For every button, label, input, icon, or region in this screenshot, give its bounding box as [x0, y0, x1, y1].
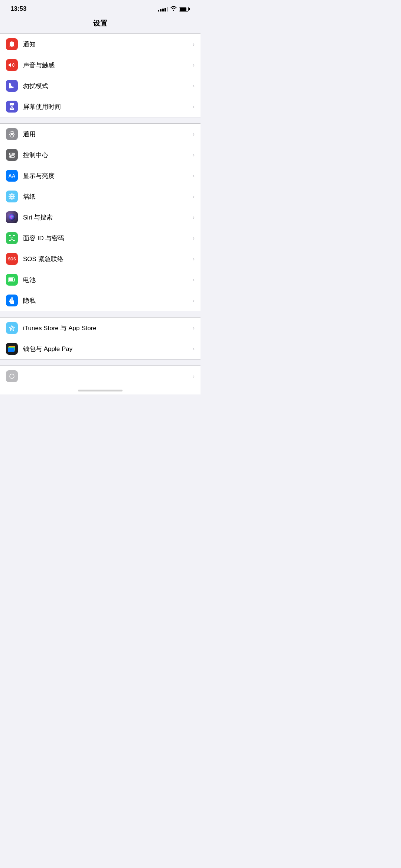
svg-rect-16	[9, 235, 11, 236]
wallpaper-label: 墙纸	[23, 192, 193, 201]
svg-rect-17	[13, 235, 15, 236]
svg-point-14	[9, 197, 12, 199]
chevron-icon: ›	[193, 298, 195, 303]
gear-icon	[6, 128, 18, 140]
chevron-icon: ›	[193, 104, 195, 110]
svg-point-3	[12, 153, 14, 155]
list-item-screentime[interactable]: 屏幕使用时间 ›	[0, 96, 200, 117]
list-item-notification[interactable]: 通知 ›	[0, 34, 200, 55]
list-item-wallet[interactable]: 钱包与 Apple Pay ›	[0, 338, 200, 359]
svg-point-7	[11, 193, 13, 195]
svg-point-8	[11, 198, 13, 200]
battery-item-icon	[6, 274, 18, 286]
hand-icon	[6, 295, 18, 306]
chevron-icon: ›	[193, 194, 195, 199]
sos-icon: SOS	[6, 253, 18, 265]
list-item-sos[interactable]: SOS SOS 紧急联络 ›	[0, 248, 200, 269]
svg-point-21	[13, 237, 13, 238]
signal-icon	[158, 6, 168, 12]
list-group-store: iTunes Store 与 App Store › 钱包与 Apple Pay…	[0, 317, 200, 360]
list-item-faceid[interactable]: 面容 ID 与密码 ›	[0, 228, 200, 248]
svg-point-9	[9, 196, 11, 197]
itunes-label: iTunes Store 与 App Store	[23, 324, 193, 332]
list-item-control[interactable]: 控制中心 ›	[0, 144, 200, 165]
screentime-label: 屏幕使用时间	[23, 103, 193, 111]
status-time: 13:53	[10, 5, 26, 13]
svg-rect-18	[9, 240, 11, 241]
list-item-general[interactable]: 通用 ›	[0, 124, 200, 144]
chevron-icon: ›	[193, 173, 195, 179]
svg-rect-19	[13, 240, 15, 241]
chevron-icon: ›	[193, 325, 195, 331]
wallet-icon	[6, 343, 18, 355]
partial-icon	[6, 370, 18, 382]
chevron-icon: ›	[193, 152, 195, 158]
svg-rect-23	[9, 278, 13, 281]
list-item-siri[interactable]: Siri 与搜索 ›	[0, 207, 200, 228]
list-item-partial[interactable]: ›	[0, 366, 200, 387]
flower-icon	[6, 191, 18, 202]
list-item-battery[interactable]: 电池 ›	[0, 269, 200, 290]
chevron-icon: ›	[193, 62, 195, 68]
svg-point-13	[12, 194, 15, 196]
section-system: 通用 › 控制中心 › AA 显示与亮度 ›	[0, 123, 200, 311]
faceid-label: 面容 ID 与密码	[23, 234, 193, 243]
battery-label: 电池	[23, 276, 193, 284]
toggle-icon	[6, 149, 18, 161]
chevron-icon: ›	[193, 41, 195, 47]
status-icons	[158, 6, 190, 12]
section-store: iTunes Store 与 App Store › 钱包与 Apple Pay…	[0, 317, 200, 360]
siri-label: Siri 与搜索	[23, 213, 193, 222]
svg-point-5	[10, 156, 12, 157]
list-item-itunes[interactable]: iTunes Store 与 App Store ›	[0, 318, 200, 338]
svg-rect-1	[10, 108, 14, 110]
list-item-display[interactable]: AA 显示与亮度 ›	[0, 165, 200, 186]
chevron-icon: ›	[193, 277, 195, 283]
chevron-icon: ›	[193, 214, 195, 220]
svg-point-12	[12, 197, 15, 199]
appstore-icon	[6, 322, 18, 334]
chevron-icon: ›	[193, 131, 195, 137]
list-group-system: 通用 › 控制中心 › AA 显示与亮度 ›	[0, 123, 200, 311]
siri-icon	[6, 211, 18, 223]
display-label: 显示与亮度	[23, 172, 193, 180]
svg-point-24	[10, 374, 14, 378]
list-item-privacy[interactable]: 隐私 ›	[0, 290, 200, 311]
list-group-notifications: 通知 › 声音与触感 › 勿扰模式 ›	[0, 33, 200, 117]
battery-status-icon	[179, 7, 190, 12]
faceid-icon	[6, 232, 18, 244]
wallet-label: 钱包与 Apple Pay	[23, 345, 193, 353]
list-item-dnd[interactable]: 勿扰模式 ›	[0, 75, 200, 96]
svg-rect-0	[10, 103, 14, 105]
list-item-wallpaper[interactable]: 墙纸 ›	[0, 186, 200, 207]
aa-icon: AA	[6, 170, 18, 182]
speaker-icon	[6, 59, 18, 71]
list-item-sound[interactable]: 声音与触感 ›	[0, 55, 200, 75]
chevron-icon: ›	[193, 83, 195, 89]
svg-point-20	[11, 237, 12, 238]
svg-point-10	[13, 196, 15, 197]
notification-label: 通知	[23, 40, 193, 49]
page-title: 设置	[0, 16, 200, 33]
moon-icon	[6, 80, 18, 92]
control-label: 控制中心	[23, 151, 193, 159]
hourglass-icon	[6, 101, 18, 113]
home-indicator	[78, 390, 123, 391]
chevron-icon: ›	[193, 346, 195, 352]
privacy-label: 隐私	[23, 296, 193, 305]
wifi-icon	[170, 6, 177, 12]
chevron-icon: ›	[193, 235, 195, 241]
chevron-icon: ›	[193, 256, 195, 262]
chevron-icon: ›	[193, 373, 195, 379]
status-bar: 13:53	[0, 0, 200, 16]
section-notifications: 通知 › 声音与触感 › 勿扰模式 ›	[0, 33, 200, 117]
dnd-label: 勿扰模式	[23, 82, 193, 90]
svg-point-15	[9, 214, 15, 221]
bell-icon	[6, 38, 18, 50]
svg-point-11	[9, 194, 12, 196]
sound-label: 声音与触感	[23, 61, 193, 69]
svg-point-6	[11, 196, 13, 198]
general-label: 通用	[23, 130, 193, 139]
sos-label: SOS 紧急联络	[23, 255, 193, 263]
